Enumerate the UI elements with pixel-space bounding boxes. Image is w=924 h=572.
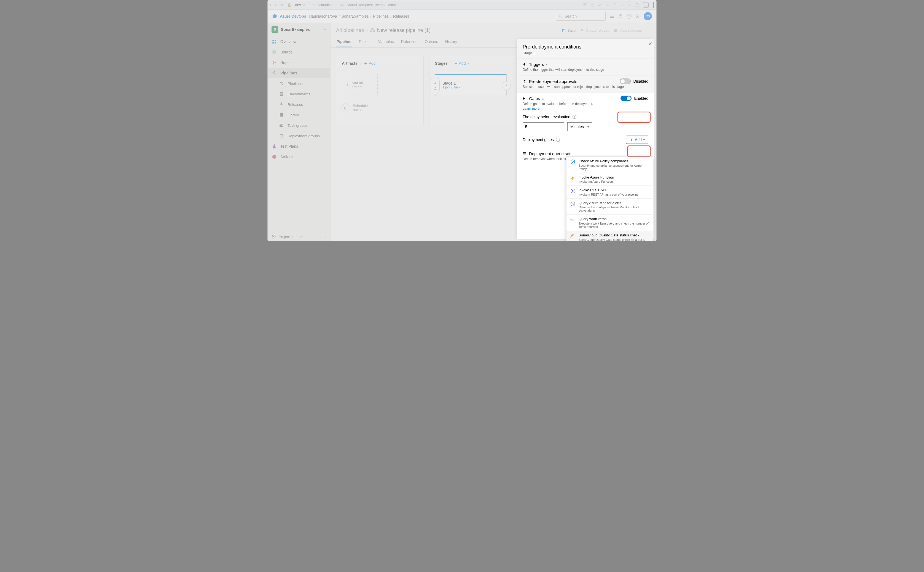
gate-option-invoke-rest-api[interactable]: Invoke REST APIInvoke a REST API as a pa… xyxy=(566,186,653,199)
breadcrumb-item[interactable]: Releases xyxy=(393,14,409,19)
gate-option-desc: SonarCloud Quality Gate status check for… xyxy=(579,238,645,241)
azure-devops-logo-icon[interactable] xyxy=(272,14,277,19)
project-settings-link[interactable]: Project settings « xyxy=(268,232,330,241)
block-icon[interactable]: ⊘ xyxy=(598,3,602,8)
panel-close-button[interactable]: ✕ xyxy=(648,41,652,47)
sidebar-item-releases[interactable]: Releases xyxy=(268,99,330,110)
pre-deployment-button[interactable] xyxy=(431,77,440,95)
stage-tasks-link[interactable]: 1 job, 0 task xyxy=(442,85,460,89)
info-icon[interactable]: i xyxy=(556,138,560,141)
sidebar-item-library[interactable]: Library xyxy=(268,110,330,120)
add-artifact-card[interactable]: + Add an artifact xyxy=(342,74,378,96)
chevron-down-icon: ▾ xyxy=(643,138,645,141)
nav-label: Library xyxy=(288,113,299,117)
settings-icon[interactable] xyxy=(635,14,640,19)
highlight-gates-toggle xyxy=(618,112,650,123)
gates-learn-more-link[interactable]: Learn more xyxy=(523,107,540,110)
camera-icon[interactable]: ◎ xyxy=(591,3,594,8)
header-breadcrumb: claudiasonarova/SonarExamples/Pipelines/… xyxy=(309,14,409,19)
help-icon[interactable]: ? xyxy=(627,14,632,19)
profile-icon[interactable]: ◯ xyxy=(635,3,639,8)
delay-unit-select[interactable]: Minutes ▾ xyxy=(567,122,592,131)
sidebar-item-deployment-groups[interactable]: Deployment groups xyxy=(268,131,330,141)
gate-option-check-azure-policy-compliance[interactable]: Check Azure Policy complianceSecurity an… xyxy=(566,157,653,173)
tab-pipeline[interactable]: Pipeline xyxy=(336,37,352,47)
sidebar-item-pipelines[interactable]: Pipelines xyxy=(268,78,330,89)
breadcrumb-item[interactable]: SonarExamples xyxy=(342,14,369,19)
gate-option-invoke-azure-function[interactable]: Invoke Azure FunctionInvoke an Azure Fun… xyxy=(566,173,653,186)
project-name: SonarExamples xyxy=(281,27,310,32)
download-icon[interactable]: ⭳ xyxy=(620,3,624,8)
search-input[interactable]: Search xyxy=(556,12,606,21)
extension-icon[interactable]: ⬚ xyxy=(643,2,649,8)
breadcrumb-item[interactable]: Pipelines xyxy=(373,14,389,19)
artifacts-label: Artifacts xyxy=(342,61,358,65)
gate-option-icon xyxy=(570,201,576,207)
info-icon[interactable]: i xyxy=(572,115,576,119)
tab-retention[interactable]: Retention xyxy=(401,37,418,47)
sidebar-item-boards[interactable]: Boards xyxy=(268,47,330,57)
list-icon[interactable]: ≡ xyxy=(628,3,631,8)
play-icon[interactable]: ▷ xyxy=(606,3,609,8)
save-button[interactable]: Save xyxy=(562,28,576,33)
stage-card[interactable]: Stage 1 1 job, 0 task xyxy=(435,74,507,96)
nav-back-icon[interactable]: ‹ xyxy=(270,3,271,7)
nav-label: Task groups xyxy=(288,123,308,127)
sidebar-item-test-plans[interactable]: Test Plans xyxy=(268,141,330,152)
nav-reload-icon[interactable]: ↻ xyxy=(280,3,283,7)
sidebar-item-pipelines[interactable]: Pipelines xyxy=(268,68,330,78)
gate-option-icon xyxy=(570,233,576,239)
gates-toggle[interactable] xyxy=(621,96,632,101)
highlight-add-button xyxy=(627,146,650,157)
gate-option-query-work-items[interactable]: Query work itemsExecute a work item quer… xyxy=(566,214,653,231)
sidebar-item-task-groups[interactable]: Task groups xyxy=(268,120,330,131)
tab-history[interactable]: History xyxy=(445,37,458,47)
gate-type-menu: Check Azure Policy complianceSecurity an… xyxy=(566,157,653,241)
add-artifact-link[interactable]: Add xyxy=(364,61,375,65)
nav-icon xyxy=(279,123,284,128)
gate-option-desc: Invoke an Azure Function xyxy=(579,180,614,183)
schedule-indicator[interactable]: ◷ Schedule not set xyxy=(342,104,418,112)
delay-value-input[interactable] xyxy=(523,122,564,131)
browser-action-icons: ⇱ ◎ ⊘ ▷ ♡ ⭳ ≡ ◯ xyxy=(583,3,639,8)
heart-icon[interactable]: ♡ xyxy=(613,3,616,8)
approvals-toggle[interactable] xyxy=(620,79,631,84)
tab-options[interactable]: Options xyxy=(424,37,439,47)
nav-icon xyxy=(279,112,284,118)
approvals-section[interactable]: Pre-deployment approvals Select the user… xyxy=(517,76,654,93)
add-gate-button[interactable]: Add ▾ xyxy=(626,135,648,144)
sidebar-collapse-icon[interactable]: « xyxy=(324,235,327,239)
all-pipelines-link[interactable]: All pipelines xyxy=(336,27,364,33)
breadcrumb-item[interactable]: claudiasonarova xyxy=(309,14,337,19)
gate-option-sonarcloud-quality-gate-status-check[interactable]: SonarCloud Quality Gate status checkSona… xyxy=(566,231,653,241)
nav-icon xyxy=(272,49,277,55)
nav-icon xyxy=(272,70,277,76)
sidebar-item-repos[interactable]: Repos xyxy=(268,57,330,68)
nav-label: Pipelines xyxy=(288,82,303,86)
clock-icon: ◷ xyxy=(340,102,351,113)
gate-option-query-azure-monitor-alerts[interactable]: Query Azure Monitor alertsObserve the co… xyxy=(566,199,653,215)
marketplace-icon[interactable] xyxy=(618,14,623,19)
sidebar-item-artifacts[interactable]: Artifacts xyxy=(268,152,330,162)
project-header[interactable]: S SonarExamples + xyxy=(268,23,330,36)
open-external-icon[interactable]: ⇱ xyxy=(583,3,587,8)
project-add-icon[interactable]: + xyxy=(324,27,327,32)
nav-label: Artifacts xyxy=(280,155,294,159)
user-avatar[interactable]: CS xyxy=(644,12,652,20)
sidebar-item-environments[interactable]: Environments xyxy=(268,89,330,99)
more-actions-icon[interactable]: ··· xyxy=(646,28,651,33)
tab-tasks[interactable]: Tasks ▾ xyxy=(358,37,372,47)
tab-variables[interactable]: Variables xyxy=(377,37,394,47)
nav-label: Environments xyxy=(288,92,310,96)
nav-forward-icon[interactable]: › xyxy=(275,3,276,7)
post-deployment-button[interactable] xyxy=(502,81,511,90)
brand-text[interactable]: Azure DevOps xyxy=(280,14,306,19)
add-stage-link[interactable]: Add ▾ xyxy=(454,61,470,65)
triggers-section[interactable]: Triggers ▾ Define the trigger that will … xyxy=(517,58,654,76)
gate-option-icon xyxy=(570,175,576,181)
chevron-up-icon: ▴ xyxy=(542,97,544,100)
stage-name: Stage 1 xyxy=(442,81,460,85)
filter-icon[interactable] xyxy=(610,14,614,19)
content-header: All pipelines › ⁂ New release pipeline (… xyxy=(330,23,656,35)
sidebar-item-overview[interactable]: Overview xyxy=(268,36,330,47)
